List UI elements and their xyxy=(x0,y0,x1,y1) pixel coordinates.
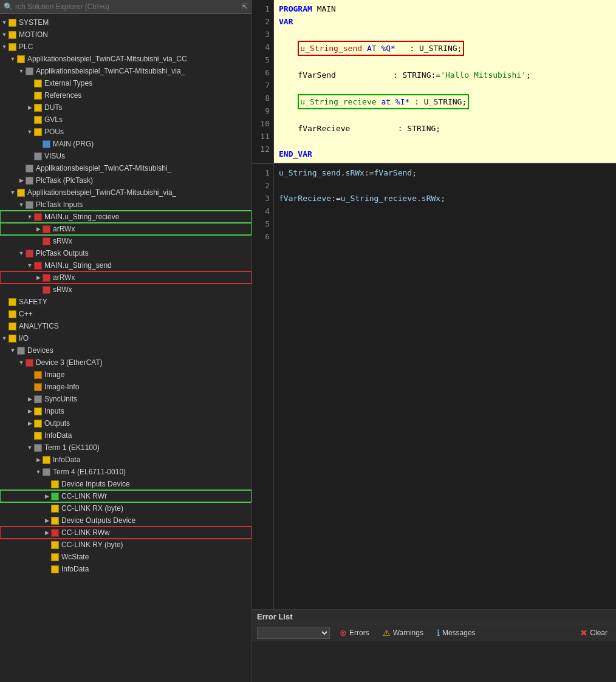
tree-item-outputs[interactable]: ▶Outputs xyxy=(0,417,252,429)
clear-icon: ✖ xyxy=(580,628,587,638)
error-list-header: Error List xyxy=(252,610,616,624)
item-label: Device 3 (EtherCAT) xyxy=(36,358,103,367)
arrow-open[interactable]: ▼ xyxy=(9,347,17,353)
tree-item-app1[interactable]: ▼Applikationsbeispiel_TwinCAT-Mitsubishi… xyxy=(0,53,252,65)
item-icon xyxy=(26,201,33,209)
tree-item-syncunits[interactable]: ▶SyncUnits xyxy=(0,393,252,405)
tree-item-ccinkrx[interactable]: CC-LINK RX (byte) xyxy=(0,502,252,514)
arrow-open[interactable]: ▼ xyxy=(17,202,26,208)
arrow-open[interactable]: ▼ xyxy=(26,129,34,135)
tree-item-wcstate[interactable]: WcState xyxy=(0,551,252,563)
arrow-open[interactable]: ▼ xyxy=(0,32,9,38)
item-icon xyxy=(34,371,42,379)
item-label: WcState xyxy=(61,553,89,561)
tree-item-image[interactable]: Image xyxy=(0,369,252,381)
tree-item-srwx2[interactable]: sRWx xyxy=(0,284,252,296)
tree-item-imageinfo[interactable]: Image-Info xyxy=(0,381,252,393)
arrow-closed[interactable]: ▶ xyxy=(17,177,26,183)
tree-item-app3[interactable]: Applikationsbeispiel_TwinCAT-Mitsubishi_ xyxy=(0,162,252,174)
tree-item-device3[interactable]: ▼Device 3 (EtherCAT) xyxy=(0,356,252,369)
item-icon xyxy=(26,177,33,185)
tree-item-analytics[interactable]: ANALYTICS xyxy=(0,320,252,332)
error-filter-dropdown[interactable] xyxy=(257,627,330,639)
tree-item-cclinkrwr[interactable]: ▶CC-LINK RWr xyxy=(0,490,252,502)
code-content-bottom[interactable]: u_String_send.sRWx:=fVarSend; fVarReciev… xyxy=(274,164,616,609)
tree-item-app2[interactable]: ▼Applikationsbeispiel_TwinCAT-Mitsubishi… xyxy=(0,65,252,77)
item-label: DUTs xyxy=(44,103,62,112)
item-label: Term 1 (EK1100) xyxy=(44,443,100,452)
arrow-open[interactable]: ▼ xyxy=(0,44,9,50)
item-label: SYSTEM xyxy=(19,18,49,27)
tree-item-devoutputs[interactable]: ▶Device Outputs Device xyxy=(0,514,252,527)
arrow-closed[interactable]: ▶ xyxy=(43,530,51,536)
tree-item-arrwx1[interactable]: ▶arRWx xyxy=(0,223,252,235)
arrow-open[interactable]: ▼ xyxy=(9,189,17,196)
arrow-open[interactable]: ▼ xyxy=(26,262,34,268)
tree-item-system[interactable]: ▼SYSTEM xyxy=(0,16,252,29)
arrow-closed[interactable]: ▶ xyxy=(34,226,43,232)
tree-item-infodata3[interactable]: InfoData xyxy=(0,563,252,575)
warnings-filter-button[interactable]: ⚠ Warnings xyxy=(379,627,427,639)
arrow-closed[interactable]: ▶ xyxy=(43,517,51,523)
code-content-top[interactable]: PROGRAM MAIN VAR u_String_send AT %Q* : … xyxy=(274,0,616,163)
item-label: CC-LINK RX (byte) xyxy=(61,504,123,513)
clear-button[interactable]: ✖ Clear xyxy=(577,627,611,639)
item-label: CC-LINK RY (byte) xyxy=(61,540,123,549)
tree-item-duts[interactable]: ▶DUTs xyxy=(0,101,252,114)
arrow-open[interactable]: ▼ xyxy=(34,469,43,475)
tree-item-pous[interactable]: ▼POUs xyxy=(0,126,252,138)
arrow-open[interactable]: ▼ xyxy=(9,56,17,62)
arrow-closed[interactable]: ▶ xyxy=(26,104,34,111)
arrow-open[interactable]: ▼ xyxy=(0,19,9,26)
tree-item-term4[interactable]: ▼Term 4 (EL6711-0010) xyxy=(0,466,252,478)
search-input[interactable] xyxy=(15,2,242,11)
arrow-closed[interactable]: ▶ xyxy=(34,275,43,281)
tree-item-mainustrrecieve[interactable]: ▼MAIN.u_String_recieve xyxy=(0,211,252,223)
tree-item-visus[interactable]: VISUs xyxy=(0,150,252,162)
arrow-open[interactable]: ▼ xyxy=(17,68,26,74)
tree-item-infodata1[interactable]: InfoData xyxy=(0,429,252,442)
tree-item-main[interactable]: MAIN (PRG) xyxy=(0,138,252,150)
arrow-open[interactable]: ▼ xyxy=(0,335,9,341)
tree-item-motion[interactable]: ▼MOTION xyxy=(0,29,252,41)
messages-filter-button[interactable]: ℹ Messages xyxy=(433,627,479,639)
arrow-closed[interactable]: ▶ xyxy=(26,408,34,414)
tree-item-mainustringsend[interactable]: ▼MAIN.u_String_send xyxy=(0,259,252,271)
tree-item-srwx1[interactable]: sRWx xyxy=(0,235,252,247)
tree-item-plc[interactable]: ▼PLC xyxy=(0,41,252,53)
arrow-closed[interactable]: ▶ xyxy=(26,396,34,402)
tree-item-cclinkrww[interactable]: ▶CC-LINK RWw xyxy=(0,527,252,539)
arrow-open[interactable]: ▼ xyxy=(17,360,26,366)
item-label: InfoData xyxy=(53,455,80,464)
tree-item-arrwx2[interactable]: ▶arRWx xyxy=(0,271,252,284)
tree-item-app4[interactable]: ▼Applikationsbeispiel_TwinCAT-Mitsubishi… xyxy=(0,186,252,199)
arrow-open[interactable]: ▼ xyxy=(26,214,34,220)
item-icon xyxy=(9,298,16,306)
tree-item-io[interactable]: ▼I/O xyxy=(0,332,252,344)
arrow-closed[interactable]: ▶ xyxy=(34,457,43,463)
tree-item-infodata2[interactable]: ▶InfoData xyxy=(0,454,252,466)
tree-item-term1[interactable]: ▼Term 1 (EK1100) xyxy=(0,442,252,454)
tree-item-references[interactable]: References xyxy=(0,89,252,101)
tree-item-devinputs[interactable]: Device Inputs Device xyxy=(0,478,252,490)
tree-item-inputs[interactable]: ▶Inputs xyxy=(0,405,252,417)
tree-item-plctask[interactable]: ▶PlcTask (PlcTask) xyxy=(0,174,252,186)
errors-filter-button[interactable]: ⊗ Errors xyxy=(336,627,373,639)
tree-item-plctaskoutputs[interactable]: ▼PlcTask Outputs xyxy=(0,247,252,259)
tree-item-cpp[interactable]: C++ xyxy=(0,308,252,320)
tree-item-safety[interactable]: SAFETY xyxy=(0,296,252,308)
tree-item-plctaskinputs[interactable]: ▼PlcTask Inputs xyxy=(0,199,252,211)
tree-item-extypes[interactable]: External Types xyxy=(0,77,252,89)
tree-item-gvls[interactable]: GVLs xyxy=(0,114,252,126)
item-label: sRWx xyxy=(53,285,72,294)
item-label: Applikationsbeispiel_TwinCAT-Mitsubishi_… xyxy=(27,55,187,63)
tree-item-cclinkry[interactable]: CC-LINK RY (byte) xyxy=(0,539,252,551)
item-icon xyxy=(34,116,42,124)
collapse-icon[interactable]: ⇱ xyxy=(242,2,248,11)
arrow-closed[interactable]: ▶ xyxy=(43,493,51,499)
arrow-open[interactable]: ▼ xyxy=(26,445,34,451)
arrow-open[interactable]: ▼ xyxy=(17,250,26,256)
item-icon xyxy=(34,104,42,112)
tree-item-devices[interactable]: ▼Devices xyxy=(0,344,252,356)
arrow-closed[interactable]: ▶ xyxy=(26,420,34,426)
